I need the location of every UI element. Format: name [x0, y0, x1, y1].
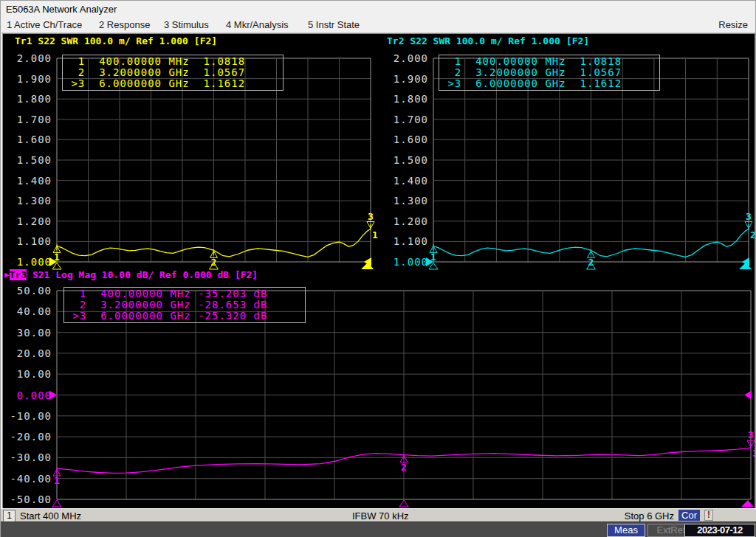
menu-bar: 1 Active Ch/Trace 2 Response 3 Stimulus … — [1, 17, 755, 33]
trace3-status-header[interactable]: ▶Tr3 S21 Log Mag 10.00 dB/ Ref 0.000 dB … — [4, 269, 258, 281]
instrument-status-bar: Meas ExtRef 2023-07-12 02:44 — [1, 522, 756, 537]
trace1-format: [F2] — [194, 35, 217, 46]
trace1-marker-readout: 1 400.00000 MHz 1.0818 2 3.2000000 GHz 1… — [62, 55, 284, 91]
y-axis-tick-label: 20.00 — [17, 347, 52, 359]
menu-response[interactable]: 2 Response — [99, 19, 150, 30]
y-axis-tick-label: 1.700 — [394, 114, 428, 125]
active-trace-arrow-icon: ▶ — [4, 270, 10, 280]
y-axis-tick-label: 1.100 — [17, 235, 52, 247]
trace3-measure: S21 Log Mag 10.00 dB/ Ref 0.000 dB — [32, 269, 229, 280]
menu-mkr-analysis[interactable]: 4 Mkr/Analysis — [226, 19, 289, 30]
y-axis-tick-label: -20.00 — [10, 431, 52, 443]
menu-instr-state[interactable]: 5 Instr State — [308, 19, 360, 30]
y-axis-tick-label: 2.000 — [394, 52, 428, 64]
y-axis-tick-label: 10.00 — [17, 368, 52, 380]
marker-readout-row: 1 400.00000 MHz 1.0818 — [64, 56, 280, 67]
trace2-format: [F2] — [566, 35, 589, 46]
marker-readout-row: 1 400.00000 MHz -35.203 dB — [66, 288, 302, 299]
analyzer-window: E5063A Network Analyzer 1 Active Ch/Trac… — [0, 0, 756, 537]
marker-readout-row: >3 6.0000000 GHz -25.320 dB — [66, 311, 302, 322]
menu-active-ch-trace[interactable]: 1 Active Ch/Trace — [7, 19, 82, 30]
trace3-name: Tr3 — [10, 269, 27, 280]
marker-stimulus-indicator — [399, 500, 408, 507]
y-axis-tick-label: 1.000 — [17, 256, 52, 268]
trace1-name: Tr1 — [15, 35, 32, 46]
y-axis-tick-label: 1.100 — [394, 235, 428, 247]
correction-badge: Cor — [678, 510, 700, 521]
marker-number-label: 3 — [746, 211, 752, 222]
y-axis-tick-label: 50.00 — [17, 285, 52, 297]
datetime-display: 2023-07-12 02:44 — [684, 524, 755, 537]
y-axis-tick-label: 1.400 — [394, 175, 428, 187]
y-axis-tick-label: 1.600 — [17, 134, 52, 145]
trace2-marker-readout: 1 400.00000 MHz 1.0818 2 3.2000000 GHz 1… — [439, 55, 660, 91]
analyzer-screen: 2.0001.9001.8001.7001.6001.5001.4001.300… — [2, 33, 755, 509]
y-axis-tick-label: 30.00 — [17, 327, 52, 339]
resize-button[interactable]: Resize — [718, 19, 748, 30]
trace3-marker-readout: 1 400.00000 MHz -35.203 dB 2 3.2000000 G… — [63, 287, 306, 323]
trace2-name: Tr2 — [387, 35, 404, 46]
trace2-status-header[interactable]: Tr2 S22 SWR 100.0 m/ Ref 1.000[F2] — [387, 35, 589, 47]
trace1-measure: S22 SWR 100.0 m/ Ref 1.000 — [38, 35, 188, 46]
trace-number-label: 1 — [372, 229, 378, 240]
y-axis-tick-label: 1.900 — [394, 73, 428, 85]
trace1-status-header[interactable]: Tr1 S22 SWR 100.0 m/ Ref 1.000[F2] — [15, 35, 217, 47]
alert-badge: ! — [704, 510, 713, 521]
y-axis-tick-label: 0.000 — [17, 389, 52, 401]
marker-number-label: 1 — [54, 475, 60, 486]
trace-number-label: 2 — [750, 229, 755, 240]
window-title: E5063A Network Analyzer — [6, 4, 117, 15]
marker-number-label: 2 — [401, 462, 407, 473]
ifbw-label: IFBW 70 kHz — [352, 510, 409, 522]
marker-number-label: 2 — [211, 257, 217, 268]
y-axis-tick-label: -10.00 — [10, 410, 52, 422]
y-axis-tick-label: 1.500 — [394, 154, 428, 166]
marker-stimulus-indicator-active — [739, 263, 752, 269]
marker-readout-row: 1 400.00000 MHz 1.0818 — [441, 56, 656, 67]
marker-number-label: 1 — [430, 252, 436, 263]
trace3-format: [F2] — [235, 269, 258, 280]
channel-number-box: 1 — [3, 510, 16, 522]
trace-number-label: 3 — [752, 448, 755, 459]
channel-status-bar: 1 Start 400 MHz IFBW 70 kHz Stop 6 GHz C… — [1, 508, 756, 522]
sweep-stop-label: Stop 6 GHz — [625, 510, 674, 522]
y-axis-tick-label: 40.00 — [17, 305, 52, 317]
y-axis-tick-label: 1.800 — [394, 93, 428, 105]
marker-stimulus-indicator — [52, 500, 61, 507]
meas-indicator: Meas — [607, 524, 645, 537]
y-axis-tick-label: 1.400 — [17, 175, 52, 187]
trace2-measure: S22 SWR 100.0 m/ Ref 1.000 — [410, 35, 560, 46]
y-axis-tick-label: 1.300 — [17, 195, 52, 207]
marker-number-label: 3 — [748, 429, 754, 440]
marker-readout-row: 2 3.2000000 GHz -28.653 dB — [66, 299, 302, 311]
y-axis-tick-label: 2.000 — [17, 52, 52, 64]
y-axis-tick-label: 1.300 — [394, 195, 428, 207]
marker-stimulus-indicator-active — [741, 500, 754, 507]
y-axis-tick-label: 1.800 — [17, 93, 52, 105]
title-bar: E5063A Network Analyzer — [1, 1, 755, 17]
y-axis-tick-label: 1.000 — [394, 256, 428, 268]
menu-stimulus[interactable]: 3 Stimulus — [164, 19, 209, 30]
y-axis-tick-label: 1.500 — [17, 154, 52, 166]
marker-number-label: 1 — [54, 252, 60, 263]
marker-readout-row: 2 3.2000000 GHz 1.0567 — [441, 67, 656, 78]
y-axis-tick-label: 1.200 — [17, 215, 52, 227]
reference-level-arrow-right — [744, 391, 752, 400]
y-axis-tick-label: 1.600 — [394, 134, 428, 145]
marker-readout-row: >3 6.0000000 GHz 1.1612 — [441, 78, 656, 89]
y-axis-tick-label: 1.700 — [17, 114, 52, 125]
marker-readout-row: 2 3.2000000 GHz 1.0567 — [64, 67, 280, 78]
sweep-start-label: Start 400 MHz — [20, 510, 81, 522]
y-axis-tick-label: -30.00 — [10, 451, 52, 463]
marker-readout-row: >3 6.0000000 GHz 1.1612 — [64, 78, 280, 89]
reference-level-arrow-left — [49, 391, 57, 400]
marker-stimulus-indicator-active — [361, 263, 374, 269]
y-axis-tick-label: 1.200 — [394, 215, 428, 227]
marker-number-label: 3 — [368, 211, 374, 222]
marker-number-label: 2 — [588, 257, 594, 268]
y-axis-tick-label: 1.900 — [17, 73, 52, 85]
y-axis-tick-label: -40.00 — [10, 473, 52, 485]
y-axis-tick-label: -50.00 — [10, 493, 52, 505]
